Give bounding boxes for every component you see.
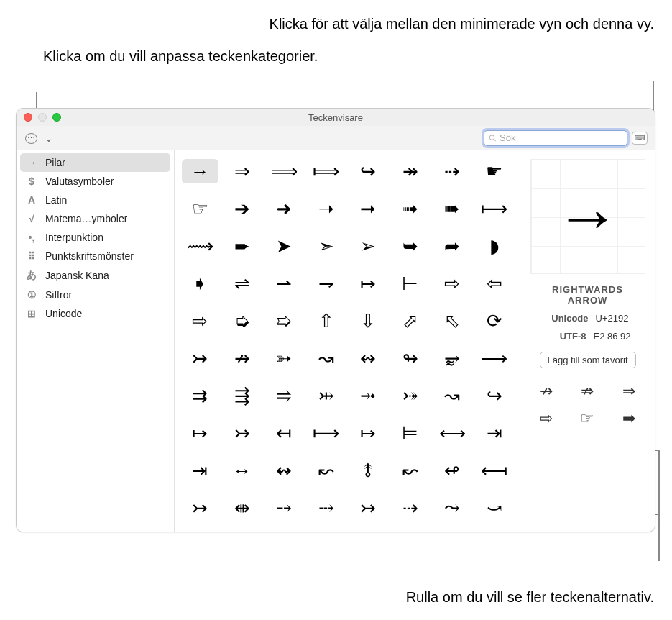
glyph-cell[interactable]: ⥵ — [434, 346, 471, 370]
glyph-cell[interactable]: ➨ — [224, 234, 261, 258]
glyph-cell[interactable]: ↪ — [477, 383, 513, 408]
glyph-cell[interactable]: ◗ — [477, 234, 513, 258]
add-favorite-button[interactable]: Lägg till som favorit — [540, 352, 636, 368]
glyph-cell[interactable]: ⤳ — [434, 496, 471, 520]
glyph-cell[interactable]: ➤ — [266, 234, 303, 258]
glyph-cell[interactable]: ➞ — [350, 196, 387, 221]
glyph-cell[interactable]: ↣ — [350, 496, 387, 520]
toggle-view-button[interactable]: ⌨ — [632, 132, 648, 145]
variant-glyph[interactable]: ↛ — [528, 381, 565, 401]
sidebar-item-3[interactable]: √Matema…ymboler — [17, 209, 174, 228]
glyph-cell[interactable]: ⇩ — [350, 309, 387, 333]
sidebar-item-6[interactable]: あJapansk Kana — [17, 265, 174, 286]
glyph-cell[interactable]: ➭ — [224, 309, 261, 333]
glyph-cell[interactable]: ↣ — [182, 346, 218, 370]
glyph-cell[interactable]: ↦ — [350, 271, 387, 296]
variant-glyph[interactable]: ⇨ — [528, 409, 565, 429]
glyph-cell[interactable]: ⤍ — [266, 496, 303, 520]
dropdown-button[interactable]: ⌄ — [43, 131, 55, 145]
glyph-cell[interactable]: ↣ — [224, 421, 261, 445]
glyph-cell[interactable]: ➥ — [392, 234, 429, 258]
minimize-button[interactable] — [38, 113, 47, 122]
glyph-cell[interactable]: ⇀ — [266, 271, 303, 296]
glyph-cell[interactable]: ↜ — [392, 458, 429, 483]
glyph-cell[interactable]: ⇁ — [308, 271, 345, 296]
glyph-cell[interactable]: ⬁ — [434, 309, 471, 333]
glyph-cell[interactable]: ⥉ — [350, 458, 387, 483]
sidebar-item-5[interactable]: ⠿Punktskriftsmönster — [17, 247, 174, 265]
glyph-cell[interactable]: ⇢ — [434, 159, 471, 183]
sidebar-item-4[interactable]: •,Interpunktion — [17, 228, 174, 247]
glyph-cell[interactable]: ➜ — [266, 196, 303, 221]
glyph-cell[interactable]: ☞ — [182, 196, 218, 221]
glyph-cell[interactable]: ⥤ — [266, 383, 303, 408]
glyph-cell[interactable]: ⟹ — [266, 159, 303, 183]
zoom-button[interactable] — [52, 113, 61, 122]
glyph-cell[interactable]: ⇌ — [224, 271, 261, 296]
sidebar-item-2[interactable]: ALatin — [17, 191, 174, 209]
variant-glyph[interactable]: ⇒ — [610, 381, 648, 401]
glyph-cell[interactable]: ↬ — [392, 346, 429, 370]
glyph-cell[interactable]: ⇧ — [308, 309, 345, 333]
glyph-cell[interactable]: ⟿ — [182, 234, 218, 258]
glyph-cell[interactable]: → — [182, 159, 218, 183]
glyph-cell[interactable]: ↜ — [308, 458, 345, 483]
close-button[interactable] — [24, 113, 32, 122]
glyph-cell[interactable]: ⟾ — [308, 159, 345, 183]
glyph-cell[interactable]: ⊨ — [392, 421, 429, 445]
glyph-cell[interactable]: ➝ — [308, 196, 345, 221]
glyph-cell[interactable]: ⇉ — [182, 383, 218, 408]
glyph-cell[interactable]: ☛ — [477, 159, 513, 183]
glyph-cell[interactable]: ⟼ — [477, 196, 513, 221]
variant-glyph[interactable]: ➡ — [610, 409, 648, 429]
glyph-cell[interactable]: ↭ — [266, 458, 303, 483]
glyph-cell[interactable]: ⤔ — [308, 383, 345, 408]
glyph-cell[interactable]: ⇒ — [224, 159, 261, 183]
glyph-cell[interactable]: ⇥ — [477, 421, 513, 445]
variant-glyph[interactable]: ☞ — [569, 409, 607, 429]
glyph-cell[interactable]: ➠ — [434, 196, 471, 221]
glyph-cell[interactable]: ⇨ — [182, 309, 218, 333]
sidebar-item-0[interactable]: →Pilar — [20, 153, 170, 172]
glyph-cell[interactable]: ➔ — [224, 196, 261, 221]
glyph-cell[interactable]: ⤏ — [308, 496, 345, 520]
search-input[interactable] — [500, 132, 622, 143]
glyph-cell[interactable]: ↤ — [266, 421, 303, 445]
glyph-cell[interactable]: ⟼ — [308, 421, 345, 445]
glyph-cell[interactable]: ↦ — [182, 421, 218, 445]
glyph-cell[interactable]: ⇢ — [392, 496, 429, 520]
sidebar-item-7[interactable]: ①Siffror — [17, 286, 174, 304]
glyph-cell[interactable]: ⟶ — [477, 346, 513, 370]
glyph-cell[interactable]: ⇨ — [434, 271, 471, 296]
glyph-cell[interactable]: ↝ — [434, 383, 471, 408]
glyph-cell[interactable]: ➯ — [266, 309, 303, 333]
search-field[interactable] — [484, 130, 627, 146]
glyph-cell[interactable]: ➢ — [350, 234, 387, 258]
glyph-cell[interactable]: ↫ — [434, 458, 471, 483]
glyph-cell[interactable]: ↣ — [182, 496, 218, 520]
glyph-cell[interactable]: ↠ — [392, 159, 429, 183]
glyph-cell[interactable]: ⇥ — [182, 458, 218, 483]
glyph-cell[interactable]: ➳ — [266, 346, 303, 370]
glyph-cell[interactable]: ↭ — [350, 346, 387, 370]
glyph-cell[interactable]: ➦ — [434, 234, 471, 258]
glyph-cell[interactable]: ➣ — [308, 234, 345, 258]
glyph-cell[interactable]: ⟻ — [477, 458, 513, 483]
glyph-cell[interactable]: ↔ — [224, 458, 261, 483]
glyph-cell[interactable]: ⤐ — [392, 383, 429, 408]
settings-button[interactable]: ⋯ — [24, 130, 39, 145]
glyph-cell[interactable]: ⇦ — [477, 271, 513, 296]
sidebar-item-1[interactable]: $Valutasymboler — [17, 172, 174, 191]
glyph-cell[interactable]: ↝ — [308, 346, 345, 370]
character-grid[interactable]: →⇒⟹⟾↪↠⇢☛☞➔➜➝➞➟➠⟼⟿➨➤➣➢➥➦◗➧⇌⇀⇁↦⊢⇨⇦⇨➭➯⇧⇩⬀⬁⟳… — [175, 150, 520, 532]
glyph-cell[interactable]: ↪ — [350, 159, 387, 183]
glyph-cell[interactable]: ↛ — [224, 346, 261, 370]
variant-glyph[interactable]: ⇏ — [569, 381, 607, 401]
glyph-cell[interactable]: ⊢ — [392, 271, 429, 296]
glyph-cell[interactable]: ➧ — [182, 271, 218, 296]
glyph-cell[interactable]: ➟ — [392, 196, 429, 221]
glyph-cell[interactable]: ⟷ — [434, 421, 471, 445]
glyph-cell[interactable]: ⇼ — [224, 496, 261, 520]
sidebar-item-8[interactable]: ⊞Unicode — [17, 304, 174, 323]
glyph-cell[interactable]: ⤞ — [350, 383, 387, 408]
